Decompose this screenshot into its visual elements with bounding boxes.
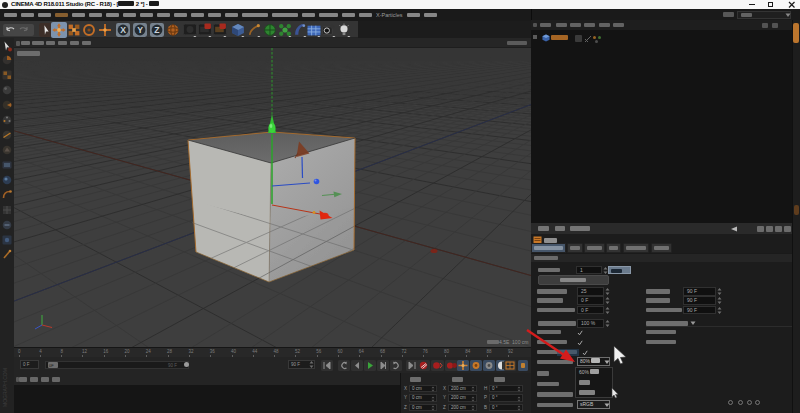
- svg-text:Y: Y: [137, 25, 143, 35]
- svg-text:Z: Z: [154, 25, 160, 35]
- svg-text:X: X: [120, 25, 126, 35]
